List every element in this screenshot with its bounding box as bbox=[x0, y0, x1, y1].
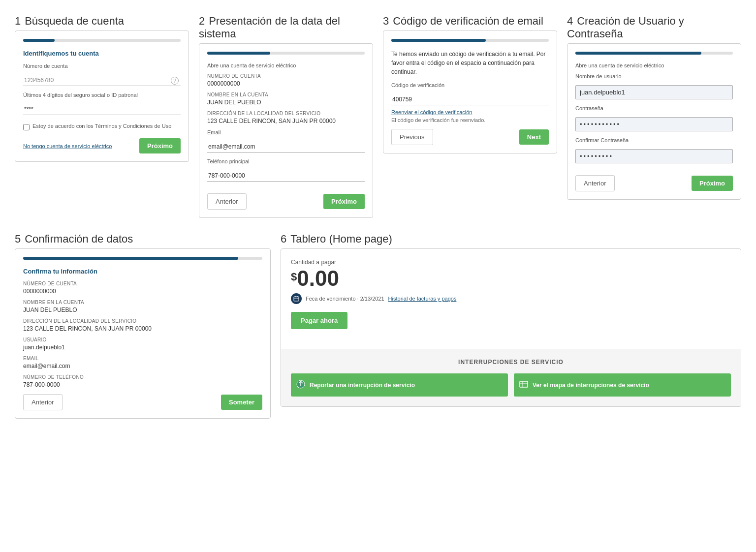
step-5-account-value: 0000000000 bbox=[23, 288, 262, 295]
step-5-name-label: NOMBRE EN LA CUENTA bbox=[23, 300, 262, 305]
step-5-address-value: 123 CALLE DEL RINCON, SAN JUAN PR 00000 bbox=[23, 325, 262, 332]
step-2-account-block: NUMERO DE CUENTA 0000000000 bbox=[207, 73, 365, 87]
step-3-progress-fill bbox=[391, 39, 486, 42]
step-5-name-value: JUAN DEL PUEBLO bbox=[23, 307, 262, 313]
step-1-progress-bar bbox=[23, 39, 181, 42]
step-4-container: 4 Creación de Usuario y Contraseña Abre … bbox=[567, 15, 741, 218]
step-2-header: Abre una cuenta de servicio eléctrico bbox=[207, 62, 365, 68]
step-1-btn-row: No tengo cuenta de servicio eléctrico Pr… bbox=[23, 138, 181, 153]
step-1-next-btn[interactable]: Próximo bbox=[139, 138, 181, 153]
step-4-confirm-input[interactable] bbox=[575, 149, 733, 163]
step-5-phone-label: NÚMERO DE TELÉFONO bbox=[23, 374, 262, 380]
step-4-btn-row: Anterior Próximo bbox=[575, 175, 733, 191]
step-6-title: 6 Tablero (Home page) bbox=[281, 236, 394, 244]
step-5-account-block: NÚMERO DE CUENTA 0000000000 bbox=[23, 281, 262, 295]
step-3-title: 3 Código de verificación de email bbox=[383, 18, 545, 26]
help-icon[interactable]: ? bbox=[171, 77, 179, 85]
svg-rect-6 bbox=[520, 381, 528, 387]
step-3-progress-bar bbox=[391, 39, 549, 42]
step-5-address-label: DIRECCIÓN DE LA LOCALIDAD DEL SERVICIO bbox=[23, 318, 262, 324]
step-4-password-label: Contraseña bbox=[575, 105, 733, 111]
step-1-progress-fill bbox=[23, 39, 55, 42]
step-1-terms-label: Estoy de acuerdo con los Términos y Cond… bbox=[32, 123, 171, 129]
step-2-title: 2 Presentación de la data del sistema bbox=[199, 18, 340, 39]
report-icon bbox=[296, 379, 306, 391]
step-1-card: Identifiquemos tu cuenta Número de cuent… bbox=[15, 31, 189, 162]
step-3-resend-link[interactable]: Reenviar el código de verificación bbox=[391, 109, 549, 115]
currency-symbol: $ bbox=[291, 272, 297, 282]
step-2-address-block: DIRECCIÓN DE LA LOCALIDAD DEL SERVICIO 1… bbox=[207, 111, 365, 124]
view-outage-map-btn[interactable]: Ver el mapa de interrupciones de servici… bbox=[514, 373, 731, 397]
step-2-card: Abre una cuenta de servicio eléctrico NU… bbox=[199, 43, 373, 218]
step-5-progress-fill bbox=[23, 257, 238, 260]
report-outage-btn[interactable]: Reportar una interrupción de servicio bbox=[291, 373, 508, 397]
step-5-submit-btn[interactable]: Someter bbox=[221, 395, 262, 410]
step-2-next-btn[interactable]: Próximo bbox=[323, 194, 365, 209]
step-5-btn-row: Anterior Someter bbox=[23, 394, 262, 410]
step-5-user-label: USUARIO bbox=[23, 337, 262, 342]
step-5-card: Confirma tu información NÚMERO DE CUENTA… bbox=[15, 248, 271, 419]
step-4-next-btn[interactable]: Próximo bbox=[692, 176, 733, 191]
step-5-email-label: EMAIL bbox=[23, 356, 262, 361]
step-3-code-input[interactable] bbox=[391, 94, 549, 105]
step-3-card: Te hemos enviado un código de verificaci… bbox=[383, 31, 557, 153]
step-2-account-value: 0000000000 bbox=[207, 80, 365, 87]
step-5-phone-value: 787-000-0000 bbox=[23, 381, 262, 388]
step-5-user-block: USUARIO juan.delpueblo1 bbox=[23, 337, 262, 351]
step-5-name-block: NOMBRE EN LA CUENTA JUAN DEL PUEBLO bbox=[23, 300, 262, 313]
step-1-account-input[interactable] bbox=[23, 75, 181, 86]
step-1-account-input-wrapper: ? bbox=[23, 75, 181, 86]
step-4-card: Abre una cuenta de servicio eléctrico No… bbox=[567, 43, 741, 200]
step-6-container: 6 Tablero (Home page) Cantidad a pagar $… bbox=[281, 233, 741, 419]
step-2-btn-row: Anterior Próximo bbox=[207, 193, 365, 210]
amount-label: Cantidad a pagar bbox=[291, 259, 731, 266]
step-4-username-input[interactable] bbox=[575, 85, 733, 99]
step-3-next-btn[interactable]: Next bbox=[519, 129, 549, 145]
outage-title: INTERRUPCIONES DE SERVICIO bbox=[291, 359, 731, 366]
due-date-row: Feca de vencimiento · 2/13/2021 Historia… bbox=[291, 293, 731, 304]
step-4-header: Abre una cuenta de servicio eléctrico bbox=[575, 62, 733, 68]
step-4-progress-fill bbox=[575, 52, 701, 55]
step-2-name-label: NOMBRE EN LA CUENTA bbox=[207, 92, 365, 97]
step-4-back-btn[interactable]: Anterior bbox=[575, 175, 615, 191]
step-5-user-value: juan.delpueblo1 bbox=[23, 344, 262, 351]
step-5-progress-bar bbox=[23, 257, 262, 260]
step-5-container: 5 Confirmación de datos Confirma tu info… bbox=[15, 233, 271, 419]
step-4-progress-bar bbox=[575, 52, 733, 55]
step-1-ssn-label: Últimos 4 dígitos del seguro social o ID… bbox=[23, 92, 181, 98]
step-4-username-label: Nombre de usuario bbox=[575, 73, 733, 79]
step-2-back-btn[interactable]: Anterior bbox=[207, 193, 247, 210]
step-5-account-label: NÚMERO DE CUENTA bbox=[23, 281, 262, 286]
outage-section: INTERRUPCIONES DE SERVICIO Reportar una … bbox=[281, 349, 741, 406]
step-1-title: 1 Búsqueda de cuenta bbox=[15, 18, 126, 26]
step-1-container: 1 Búsqueda de cuenta Identifiquemos tu c… bbox=[15, 15, 189, 218]
top-steps-grid: 1 Búsqueda de cuenta Identifiquemos tu c… bbox=[15, 15, 741, 218]
step-5-title: 5 Confirmación de datos bbox=[15, 236, 135, 244]
step-3-btn-row: Previous Next bbox=[391, 129, 549, 145]
step-1-ssn-input[interactable] bbox=[23, 104, 181, 115]
pay-now-btn[interactable]: Pagar ahora bbox=[291, 312, 347, 329]
step-3-message: Te hemos enviado un código de verificaci… bbox=[391, 50, 549, 76]
step-2-phone-input[interactable] bbox=[207, 170, 365, 182]
step-5-address-block: DIRECCIÓN DE LA LOCALIDAD DEL SERVICIO 1… bbox=[23, 318, 262, 332]
step-1-no-account-link[interactable]: No tengo cuenta de servicio eléctrico bbox=[23, 143, 112, 149]
step-2-account-label: NUMERO DE CUENTA bbox=[207, 73, 365, 79]
step-3-back-btn[interactable]: Previous bbox=[391, 129, 433, 145]
step-1-terms-checkbox[interactable] bbox=[23, 124, 30, 130]
step-4-password-input[interactable] bbox=[575, 117, 733, 131]
step-1-account-label: Número de cuenta bbox=[23, 63, 181, 69]
step-4-confirm-label: Confirmar Contraseña bbox=[575, 137, 733, 143]
step-2-name-block: NOMBRE EN LA CUENTA JUAN DEL PUEBLO bbox=[207, 92, 365, 106]
step-2-progress-bar bbox=[207, 52, 365, 55]
step-2-address-value: 123 CALLE DEL RINCON, SAN JUAN PR 00000 bbox=[207, 118, 365, 124]
step-2-email-input[interactable] bbox=[207, 141, 365, 153]
step-2-phone-label: Teléfono principal bbox=[207, 158, 365, 164]
step-6-card: Cantidad a pagar $0.00 Feca de vencimien… bbox=[281, 248, 741, 407]
history-link[interactable]: Historial de facturas y pagos bbox=[388, 296, 457, 302]
step-1-card-title: Identifiquemos tu cuenta bbox=[23, 50, 181, 57]
bottom-steps-grid: 5 Confirmación de datos Confirma tu info… bbox=[15, 233, 741, 419]
step-2-name-value: JUAN DEL PUEBLO bbox=[207, 99, 365, 106]
step-5-email-value: email@email.com bbox=[23, 363, 262, 369]
step-2-progress-fill bbox=[207, 52, 270, 55]
step-5-back-btn[interactable]: Anterior bbox=[23, 394, 63, 410]
